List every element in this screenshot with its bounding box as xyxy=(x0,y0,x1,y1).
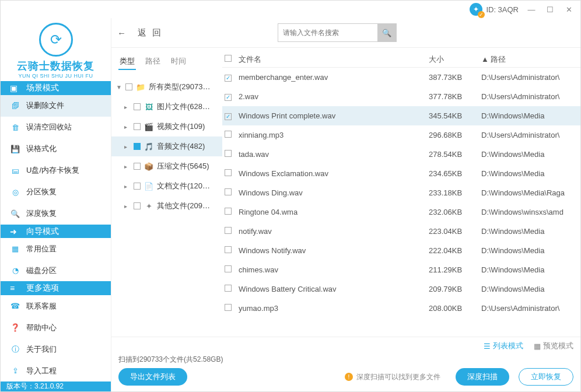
file-size: 222.04KB xyxy=(429,246,481,255)
tab-time[interactable]: 时间 xyxy=(171,56,186,70)
nav-item-scene-4[interactable]: ◎分区恢复 xyxy=(1,181,111,203)
row-checkbox[interactable] xyxy=(225,169,232,176)
file-path: D:\Windows\Media xyxy=(481,169,580,178)
file-name: Windows Exclamation.wav xyxy=(239,169,429,178)
export-button[interactable]: 导出文件列表 xyxy=(118,368,187,386)
tree-node[interactable]: ▸🎬视频文件(109) xyxy=(111,117,222,136)
row-checkbox[interactable] xyxy=(225,227,232,234)
row-checkbox[interactable] xyxy=(225,208,232,215)
titlebar: ✦ ID: 3AQR — ☐ ✕ xyxy=(1,1,580,18)
file-header: 文件名 大小 ▲ 路径 xyxy=(222,48,580,68)
nav-item-scene-5[interactable]: 🔍深度恢复 xyxy=(1,203,111,225)
nav-icon: ❓ xyxy=(10,323,20,332)
nav-label: 导入工程 xyxy=(26,366,57,376)
expand-icon[interactable]: ▸ xyxy=(124,144,130,150)
nav-item-scene-3[interactable]: 🖴U盘/内存卡恢复 xyxy=(1,160,111,181)
table-row[interactable]: Windows Notify.wav222.04KBD:\Windows\Med… xyxy=(222,241,580,260)
back-button[interactable]: ← 返回 xyxy=(117,27,167,38)
expand-icon[interactable]: ▸ xyxy=(124,124,130,130)
nav-item-more-3[interactable]: ⇪导入工程 xyxy=(1,360,111,382)
checkbox[interactable] xyxy=(134,143,141,150)
file-path: D:\Windows\Media xyxy=(481,111,580,120)
nav-label: 联系客服 xyxy=(26,301,57,312)
table-row[interactable]: Windows Ding.wav233.18KBD:\Windows\Media… xyxy=(222,183,580,202)
file-path: D:\Windows\Media\Raga xyxy=(481,188,580,197)
tree-node[interactable]: ▸🎵音频文件(482) xyxy=(111,136,222,156)
checkbox[interactable] xyxy=(125,83,132,90)
search-input[interactable] xyxy=(278,24,377,41)
col-path[interactable]: ▲ 路径 xyxy=(481,54,580,65)
row-checkbox[interactable] xyxy=(225,246,232,253)
nav-item-more-1[interactable]: ❓帮助中心 xyxy=(1,317,111,338)
nav-item-wizard-1[interactable]: ◔磁盘分区 xyxy=(1,260,111,281)
row-checkbox[interactable] xyxy=(225,304,232,311)
table-row[interactable]: Ringtone 04.wma232.06KBD:\Windows\winsxs… xyxy=(222,202,580,222)
row-checkbox[interactable] xyxy=(225,150,232,157)
table-row[interactable]: ✓Windows Print complete.wav345.54KBD:\Wi… xyxy=(222,106,580,125)
expand-icon[interactable]: ▸ xyxy=(124,163,130,170)
expand-icon[interactable]: ▸ xyxy=(124,203,130,209)
nav-item-more-0[interactable]: ☎联系客服 xyxy=(1,295,111,317)
doc-icon: 📄 xyxy=(144,182,153,191)
row-checkbox[interactable]: ✓ xyxy=(225,113,232,120)
row-checkbox[interactable] xyxy=(225,131,232,138)
minimize-button[interactable]: — xyxy=(526,5,537,14)
nav-item-scene-2[interactable]: 💾误格式化 xyxy=(1,138,111,160)
table-row[interactable]: xinniang.mp3296.68KBD:\Users\Administrat… xyxy=(222,125,580,145)
nav-item-scene-0[interactable]: 🗐误删除文件 xyxy=(1,95,111,117)
table-row[interactable]: ✓2.wav377.78KBD:\Users\Administrator\ xyxy=(222,87,580,106)
row-checkbox[interactable]: ✓ xyxy=(225,94,232,101)
collapse-icon[interactable]: ▼ xyxy=(116,84,122,90)
tree-node[interactable]: ▸📦压缩文件(5645) xyxy=(111,156,222,176)
checkbox[interactable] xyxy=(134,103,141,110)
expand-icon[interactable]: ▸ xyxy=(124,104,130,110)
tab-path[interactable]: 路径 xyxy=(145,56,160,70)
tree-root[interactable]: ▼ 📁 所有类型(29073… xyxy=(111,77,222,97)
maximize-button[interactable]: ☐ xyxy=(544,5,556,14)
nav-label: 磁盘分区 xyxy=(26,265,57,276)
tree-node[interactable]: ▸✦其他文件(209… xyxy=(111,196,222,216)
deep-scan-button[interactable]: 深度扫描 xyxy=(456,368,509,386)
row-checkbox[interactable] xyxy=(225,285,232,292)
search-button[interactable]: 🔍 xyxy=(377,24,396,41)
expand-icon[interactable]: ▸ xyxy=(124,183,130,190)
nav-icon: ▦ xyxy=(10,244,20,253)
checkbox[interactable] xyxy=(134,183,141,190)
col-name[interactable]: 文件名 xyxy=(239,54,429,65)
tree-node[interactable]: ▸🖼图片文件(628… xyxy=(111,97,222,117)
table-row[interactable]: yumao.mp3208.00KBD:\Users\Administrator\ xyxy=(222,299,580,318)
nav-item-scene-1[interactable]: 🗑误清空回收站 xyxy=(1,117,111,138)
nav-item-more-2[interactable]: ⓘ关于我们 xyxy=(1,338,111,360)
file-path: D:\Windows\Media xyxy=(481,227,580,236)
recover-button[interactable]: 立即恢复 xyxy=(519,368,573,386)
list-mode-button[interactable]: ☰ 列表模式 xyxy=(484,341,523,351)
table-row[interactable]: Windows Exclamation.wav234.65KBD:\Window… xyxy=(222,164,580,183)
wizard-icon: ➜ xyxy=(10,227,20,236)
checkbox[interactable] xyxy=(134,163,141,170)
table-row[interactable]: notify.wav223.04KBD:\Windows\Media xyxy=(222,222,580,241)
preview-mode-button[interactable]: ▦ 预览模式 xyxy=(534,341,573,351)
row-checkbox[interactable] xyxy=(225,265,232,272)
row-checkbox[interactable] xyxy=(225,188,232,195)
col-size[interactable]: 大小 xyxy=(429,54,481,65)
tab-type[interactable]: 类型 xyxy=(120,56,135,70)
table-row[interactable]: chimes.wav211.29KBD:\Windows\Media xyxy=(222,260,580,279)
nav-item-wizard-0[interactable]: ▦常用位置 xyxy=(1,238,111,260)
file-path: D:\Users\Administrator\ xyxy=(481,92,580,101)
file-path: D:\Users\Administrator\ xyxy=(481,304,580,313)
table-row[interactable]: tada.wav278.54KBD:\Windows\Media xyxy=(222,145,580,164)
row-checkbox[interactable]: ✓ xyxy=(225,75,232,82)
close-button[interactable]: ✕ xyxy=(563,5,575,14)
file-pane: 文件名 大小 ▲ 路径 ✓memberchange_enter.wav387.7… xyxy=(222,48,580,337)
tree-node[interactable]: ▸📄文档文件(120… xyxy=(111,176,222,196)
file-path: D:\Windows\Media xyxy=(481,246,580,255)
table-row[interactable]: ✓memberchange_enter.wav387.73KBD:\Users\… xyxy=(222,68,580,87)
file-name: notify.wav xyxy=(239,227,429,236)
file-name: chimes.wav xyxy=(239,265,429,274)
nav-wizard-list: ▦常用位置◔磁盘分区 xyxy=(1,238,111,281)
select-all-checkbox[interactable] xyxy=(225,55,232,62)
checkbox[interactable] xyxy=(134,202,141,209)
checkbox[interactable] xyxy=(134,123,141,130)
table-row[interactable]: Windows Battery Critical.wav209.79KBD:\W… xyxy=(222,279,580,299)
logo: ⟳ 云骑士数据恢复 YUN QI SHI SHU JU HUI FU xyxy=(1,18,111,81)
